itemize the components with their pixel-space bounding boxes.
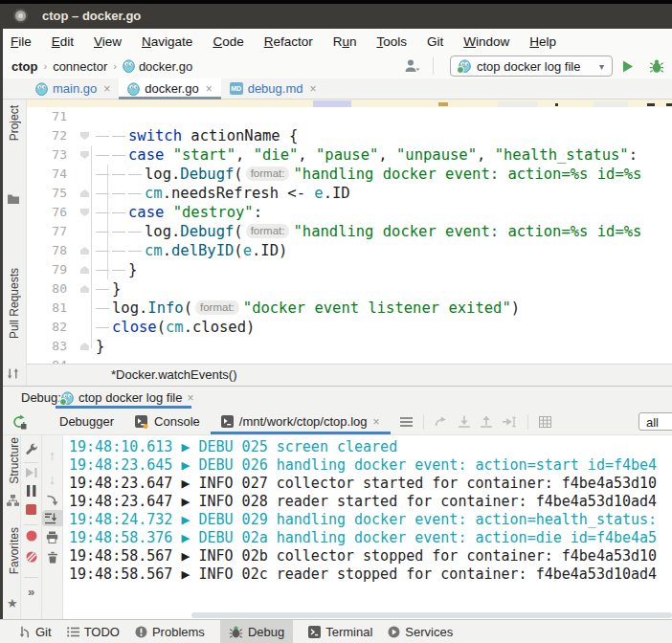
more-actions-icon[interactable]: » (21, 585, 41, 599)
debug-button[interactable] (649, 58, 664, 74)
window-title: ctop – docker.go (42, 9, 141, 23)
down-stack-icon[interactable]: ↓ (42, 473, 62, 486)
fold-marker-icon[interactable] (80, 132, 89, 140)
line-number[interactable]: 71 (27, 107, 77, 126)
statusbar-item-problems[interactable]: Problems (135, 620, 205, 643)
statusbar-item-label: Problems (152, 625, 205, 639)
sidebar-item-favorites[interactable]: Favorites (8, 527, 21, 574)
horizontal-scrollbar[interactable] (191, 612, 672, 618)
line-number[interactable]: 76 (27, 203, 77, 222)
fold-marker-icon[interactable] (80, 247, 89, 255)
statusbar-item-terminal[interactable]: Terminal (308, 620, 372, 643)
tab-main-go[interactable]: main.go× (27, 78, 119, 99)
settings-wrench-icon[interactable] (21, 443, 41, 456)
menu-edit[interactable]: Edit (52, 34, 74, 49)
breadcrumb-item[interactable]: connector (53, 59, 107, 74)
git-branch-icon (19, 626, 31, 638)
rerun-button[interactable] (11, 414, 27, 430)
console-tab--mnt-work-ctop-ctop-log[interactable]: /mnt/work/ctop/ctop.log× (211, 409, 391, 434)
close-icon[interactable]: × (372, 415, 379, 429)
up-stack-icon[interactable]: ↑ (42, 449, 62, 462)
menu-view[interactable]: View (94, 34, 122, 49)
line-number[interactable]: 73 (27, 145, 77, 165)
line-number[interactable]: 79 (27, 260, 77, 279)
layout-settings-icon[interactable] (539, 416, 551, 428)
clear-all-icon[interactable] (42, 551, 62, 564)
go-session-icon (61, 391, 74, 405)
line-number[interactable]: 84 (27, 356, 77, 364)
menu-code[interactable]: Code (213, 34, 243, 49)
tab-debug-md[interactable]: MDdebug.md× (221, 78, 325, 99)
statusbar-item-debug[interactable]: Debug (220, 620, 293, 643)
menu-file[interactable]: File (11, 34, 32, 49)
jump-to-source-icon[interactable] (42, 494, 62, 506)
view-breakpoints-icon[interactable] (21, 551, 41, 563)
close-icon[interactable]: × (206, 82, 213, 96)
line-number[interactable]: 81 (27, 299, 77, 318)
step-over-icon[interactable] (459, 415, 470, 428)
breadcrumb-item[interactable]: ctop (11, 59, 37, 74)
console-tab-console[interactable]: Console (124, 409, 211, 434)
tab-whitespace-icon (96, 322, 109, 333)
run-button[interactable] (622, 60, 634, 73)
menu-tools[interactable]: Tools (376, 34, 407, 49)
fold-marker-icon[interactable] (80, 266, 89, 274)
fold-marker-icon[interactable] (80, 209, 89, 216)
sidebar-item-pull-requests[interactable]: Pull Requests (8, 268, 21, 339)
log-line: 19:48:23.645 ▶ DEBU 026 handling docker … (69, 456, 672, 475)
statusbar-item-todo[interactable]: TODO (67, 620, 120, 643)
code-editor[interactable]: 7172switch actionName {73case "start", "… (27, 100, 672, 364)
tab-whitespace-icon (96, 284, 109, 295)
sidebar-item-project[interactable]: Project (8, 105, 21, 141)
resume-program-icon[interactable] (21, 467, 41, 478)
user-icon[interactable] (404, 59, 420, 73)
menu-help[interactable]: Help (529, 34, 556, 49)
menu-navigate[interactable]: Navigate (142, 34, 192, 49)
fold-marker-icon[interactable] (80, 285, 89, 293)
window-button-icon[interactable] (13, 9, 28, 23)
pause-program-icon[interactable] (21, 485, 41, 497)
tab-whitespace-icon (112, 131, 125, 142)
tab-whitespace-icon (128, 246, 142, 256)
view-options-icon[interactable] (400, 415, 413, 429)
statusbar-item-services[interactable]: Services (388, 620, 453, 643)
menu-refactor[interactable]: Refactor (264, 34, 313, 49)
statusbar-item-git[interactable]: Git (19, 620, 52, 643)
close-icon[interactable]: × (309, 82, 316, 96)
tab-docker-go[interactable]: docker.go× (119, 78, 220, 99)
breadcrumb-separator: › (113, 60, 117, 72)
close-icon[interactable]: × (187, 391, 193, 405)
line-number[interactable]: 72 (27, 126, 77, 145)
menu-window[interactable]: Window (463, 34, 509, 49)
mute-breakpoints-icon[interactable] (21, 530, 41, 542)
line-number[interactable]: 82 (27, 318, 77, 337)
menu-git[interactable]: Git (427, 34, 443, 49)
line-number[interactable]: 74 (27, 165, 77, 184)
fold-marker-icon[interactable] (80, 189, 89, 197)
run-configuration-select[interactable]: ctop docker log file ▾ (450, 55, 613, 77)
services-icon (388, 626, 400, 638)
step-out-icon[interactable] (481, 415, 492, 428)
line-number[interactable]: 80 (27, 279, 77, 299)
show-execution-point-icon[interactable] (435, 416, 448, 428)
line-number[interactable]: 75 (27, 184, 77, 203)
line-number[interactable]: 78 (27, 241, 77, 260)
code-line: 77log.Debugf(format:"handling docker eve… (27, 222, 672, 241)
print-icon[interactable] (42, 531, 62, 543)
line-number[interactable]: 83 (27, 337, 77, 356)
menu-run[interactable]: Run (333, 34, 357, 49)
line-number[interactable]: 77 (27, 222, 77, 241)
breadcrumb-item[interactable]: docker.go (123, 59, 192, 74)
fold-marker-icon[interactable] (80, 151, 89, 159)
log-level-filter-select[interactable]: all (638, 412, 672, 431)
sidebar-item-structure[interactable]: Structure (8, 437, 21, 484)
stop-icon[interactable] (21, 504, 41, 515)
console-side-toolbar: ↑↓ (42, 435, 63, 619)
log-console-output[interactable]: 19:48:10.613 ▶ DEBU 025 screen cleared19… (63, 435, 672, 619)
statusbar-item-label: Terminal (325, 625, 372, 639)
close-icon[interactable]: × (103, 82, 110, 96)
tab-whitespace-icon (128, 169, 142, 180)
fold-marker-icon[interactable] (80, 343, 89, 350)
console-tab-debugger[interactable]: Debugger (49, 409, 124, 434)
run-to-cursor-icon[interactable] (503, 416, 517, 428)
